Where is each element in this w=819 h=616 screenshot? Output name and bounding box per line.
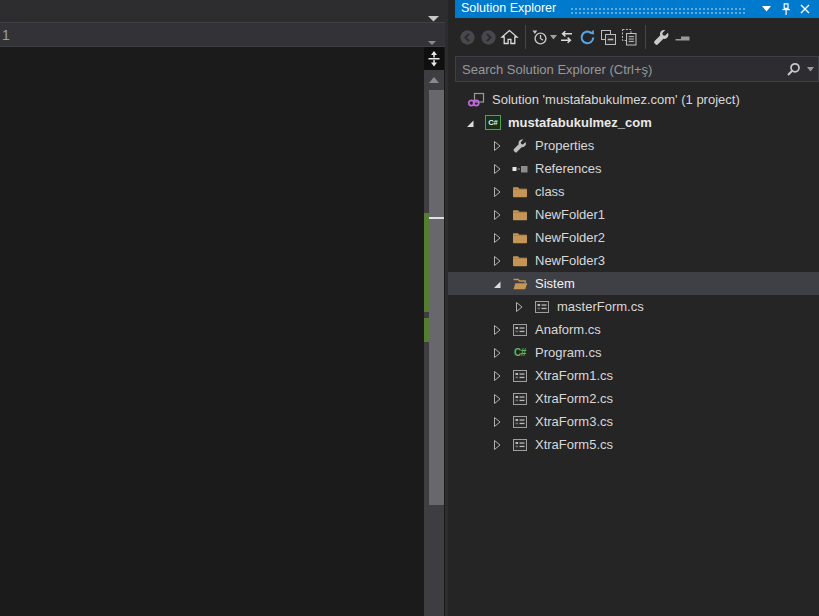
tree-item[interactable]: Solution 'mustafabukulmez.com' (1 projec…: [448, 88, 819, 111]
toolbar-separator: [525, 25, 526, 49]
editor-vertical-scrollbar[interactable]: [424, 47, 444, 616]
tree-item[interactable]: C#Program.cs: [448, 341, 819, 364]
tree-item-label: XtraForm1.cs: [535, 368, 613, 383]
expander-collapsed-icon[interactable]: [488, 161, 506, 177]
close-icon: [799, 3, 811, 15]
properties-icon: [652, 28, 671, 47]
chevron-down-icon: [762, 6, 772, 12]
forward-icon: [479, 28, 498, 47]
split-window-icon: [427, 50, 441, 67]
tree-item[interactable]: XtraForm1.cs: [448, 364, 819, 387]
tree-item[interactable]: NewFolder3: [448, 249, 819, 272]
tree-item-label: Program.cs: [535, 345, 601, 360]
solution-explorer-titlebar[interactable]: Solution Explorer: [455, 0, 819, 18]
tree-item-label: XtraForm3.cs: [535, 414, 613, 429]
tree-item-label: Anaform.cs: [535, 322, 601, 337]
document-tab-strip: [0, 0, 445, 22]
solution-explorer-toolbar: [448, 18, 819, 56]
scrollbar-annotation-mark: [424, 318, 429, 342]
tree-item-label: Solution 'mustafabukulmez.com' (1 projec…: [492, 92, 740, 107]
navigation-dropdown-value: 1: [0, 27, 10, 43]
expander-collapsed-icon[interactable]: [488, 437, 506, 453]
expander-collapsed-icon[interactable]: [510, 299, 528, 315]
expander-expanded-icon[interactable]: [461, 115, 479, 131]
close-button[interactable]: [795, 1, 814, 17]
tree-item[interactable]: XtraForm3.cs: [448, 410, 819, 433]
csharp-project-icon: C#: [485, 115, 501, 131]
tree-item[interactable]: XtraForm2.cs: [448, 387, 819, 410]
tree-item[interactable]: Anaform.cs: [448, 318, 819, 341]
folder-open-icon: [512, 276, 528, 292]
titlebar-drag-grip[interactable]: [570, 6, 747, 15]
properties-icon: [512, 138, 528, 154]
tree-item-label: mustafabukulmez_com: [508, 115, 652, 130]
expander-collapsed-icon[interactable]: [488, 391, 506, 407]
tree-item-label: NewFolder1: [535, 207, 605, 222]
tree-item-label: Properties: [535, 138, 594, 153]
folder-closed-icon: [512, 184, 528, 200]
editor-pane: 1: [0, 0, 445, 616]
preview-selected-items-icon: [673, 28, 692, 47]
tree-item-label: NewFolder2: [535, 230, 605, 245]
back-icon: [458, 28, 477, 47]
expander-collapsed-icon[interactable]: [488, 322, 506, 338]
solution-explorer-panel: Solution Explorer Solution 'm: [448, 0, 819, 616]
search-options-chevron-down-icon[interactable]: [805, 67, 818, 72]
search-input[interactable]: [456, 62, 783, 77]
panel-title: Solution Explorer: [461, 1, 556, 15]
pin-icon: [778, 2, 793, 17]
expander-collapsed-icon[interactable]: [488, 345, 506, 361]
window-position-button[interactable]: [757, 1, 776, 17]
magnifier-icon[interactable]: [783, 61, 805, 78]
forward-button[interactable]: [478, 24, 499, 50]
folder-closed-icon: [512, 253, 528, 269]
tree-item[interactable]: masterForm.cs: [448, 295, 819, 318]
expander-collapsed-icon[interactable]: [488, 184, 506, 200]
scrollbar-thumb[interactable]: [429, 90, 444, 505]
toolbar-separator: [645, 25, 646, 49]
tree-item[interactable]: NewFolder1: [448, 203, 819, 226]
expander-expanded-icon[interactable]: [488, 276, 506, 292]
editor-navigation-bar[interactable]: 1: [0, 22, 445, 47]
search-box[interactable]: [455, 56, 819, 82]
tree-item[interactable]: Sistem: [448, 272, 819, 295]
solution-icon: [467, 92, 485, 108]
expander-collapsed-icon[interactable]: [488, 414, 506, 430]
tree-item-label: XtraForm5.cs: [535, 437, 613, 452]
expander-collapsed-icon[interactable]: [488, 207, 506, 223]
tree-item[interactable]: NewFolder2: [448, 226, 819, 249]
refresh-button[interactable]: [577, 24, 598, 50]
windows-form-icon: [512, 414, 528, 430]
scrollbar-caret-position-marker: [429, 217, 444, 219]
tree-item[interactable]: References: [448, 157, 819, 180]
collapse-all-button[interactable]: [598, 24, 619, 50]
scrollbar-up-button[interactable]: [424, 74, 444, 86]
home-button[interactable]: [499, 24, 520, 50]
tree-item-label: Sistem: [535, 276, 575, 291]
tree-item[interactable]: C#mustafabukulmez_com: [448, 111, 819, 134]
csharp-file-icon: C#: [512, 345, 528, 361]
tree-item[interactable]: XtraForm5.cs: [448, 433, 819, 456]
folder-closed-icon: [512, 207, 528, 223]
expander-collapsed-icon[interactable]: [488, 368, 506, 384]
show-all-files-button[interactable]: [619, 24, 640, 50]
references-icon: [512, 161, 528, 177]
properties-button[interactable]: [651, 24, 672, 50]
collapse-all-icon: [599, 28, 618, 47]
pin-button[interactable]: [776, 1, 795, 17]
tree-item[interactable]: class: [448, 180, 819, 203]
back-button[interactable]: [457, 24, 478, 50]
code-editor-surface[interactable]: [0, 47, 445, 616]
expander-collapsed-icon[interactable]: [488, 230, 506, 246]
pending-changes-filter-button[interactable]: [531, 24, 556, 50]
tree-item-label: XtraForm2.cs: [535, 391, 613, 406]
split-window-handle[interactable]: [424, 47, 444, 70]
pending-changes-filter-icon: [530, 28, 549, 47]
expander-collapsed-icon[interactable]: [488, 253, 506, 269]
preview-selected-items-button[interactable]: [672, 24, 693, 50]
tree-item[interactable]: Properties: [448, 134, 819, 157]
solution-tree: Solution 'mustafabukulmez.com' (1 projec…: [448, 88, 819, 456]
windows-form-icon: [512, 391, 528, 407]
sync-with-active-document-button[interactable]: [556, 24, 577, 50]
expander-collapsed-icon[interactable]: [488, 138, 506, 154]
